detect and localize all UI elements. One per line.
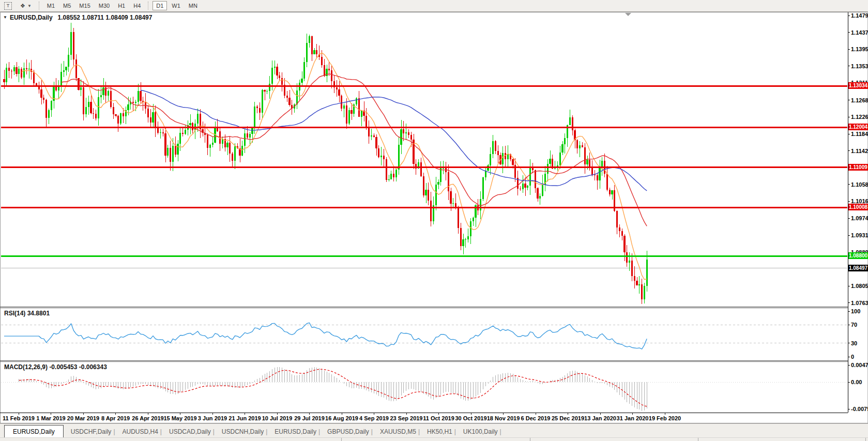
tab-separator: | (266, 428, 267, 435)
timeframe-h1-button[interactable]: H1 (114, 1, 129, 10)
timeframe-toolbar: M1M5M15M30H1H4D1W1MN (43, 1, 202, 10)
timeframe-m30-button[interactable]: M30 (95, 1, 113, 10)
tab-separator: | (454, 428, 456, 435)
chart-tab-hk50-h1[interactable]: HK50,H1 (427, 428, 452, 435)
chart-tab-audusd-h4[interactable]: AUDUSD,H4 (123, 428, 158, 435)
timeframe-m15-button[interactable]: M15 (75, 1, 94, 10)
chart-tab-bar: EURUSD,DailyUSDCHF,Daily|AUDUSD,H4|USDCA… (0, 423, 868, 438)
tab-separator: | (371, 428, 373, 435)
timeframe-d1-button[interactable]: D1 (153, 1, 167, 10)
timeframe-h4-button[interactable]: H4 (130, 1, 144, 10)
tab-separator: | (213, 428, 215, 435)
status-separator (341, 438, 342, 441)
timeframe-m5-button[interactable]: M5 (59, 1, 74, 10)
arrange-icon: ❖ (20, 3, 25, 9)
chart-tab-eurusd-daily[interactable]: EURUSD,Daily (4, 425, 64, 438)
chart-tab-xauusd-m5[interactable]: XAUUSD,M5 (380, 428, 416, 435)
timeframe-w1-button[interactable]: W1 (168, 1, 184, 10)
timeframe-mn-button[interactable]: MN (185, 1, 201, 10)
chart-tab-usdchf-daily[interactable]: USDCHF,Daily (71, 428, 112, 435)
text-tool-button[interactable]: T (1, 1, 16, 10)
date-axis[interactable] (0, 413, 848, 423)
status-separator (865, 438, 866, 441)
tab-separator: | (418, 428, 420, 435)
toolbar-grip (39, 2, 40, 10)
tab-separator: | (318, 428, 320, 435)
arrange-charts-button[interactable]: ❖ ▼ (17, 1, 35, 10)
timeframe-m1-button[interactable]: M1 (43, 1, 58, 10)
tab-separator: | (500, 428, 501, 435)
chart-canvas[interactable] (0, 0, 868, 441)
toolbar-grip (148, 2, 149, 10)
status-separator (530, 438, 530, 441)
tab-separator: | (113, 428, 115, 435)
status-bar (0, 437, 868, 441)
chart-tab-usdcnh-daily[interactable]: USDCNH,Daily (222, 428, 264, 435)
chart-tab-gbpusd-daily[interactable]: GBPUSD,Daily (327, 428, 369, 435)
status-separator (698, 438, 698, 441)
chart-tab-usdcad-daily[interactable]: USDCAD,Daily (169, 428, 211, 435)
chart-tab-uk100-daily[interactable]: UK100,Daily (463, 428, 498, 435)
toolbar: T ❖ ▼ M1M5M15M30H1H4D1W1MN (0, 0, 868, 12)
text-tool-icon: T (4, 2, 12, 10)
terminal-window: T ❖ ▼ M1M5M15M30H1H4D1W1MN ▼EURUSD,Daily… (0, 0, 868, 441)
chart-tab-eurusd-daily[interactable]: EURUSD,Daily (275, 428, 316, 435)
chevron-down-icon: ▼ (27, 4, 32, 8)
price-axis[interactable] (848, 12, 868, 413)
tab-separator: | (160, 428, 162, 435)
